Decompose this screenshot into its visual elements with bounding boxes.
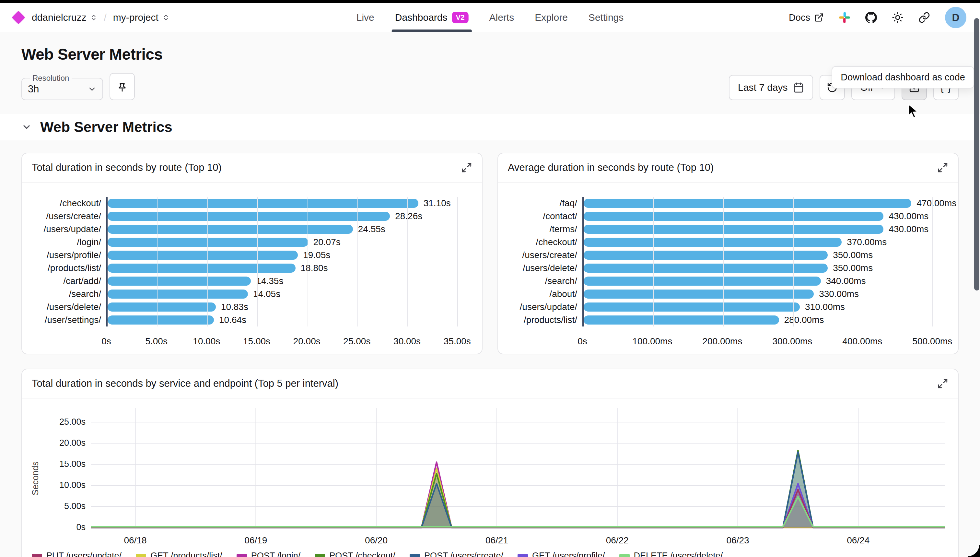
gridline [793,197,794,326]
y-tick-label: 25.00s [59,417,86,427]
bar-chart-total-duration[interactable]: /checkout//users/create//users/update//l… [22,182,482,354]
x-tick-label: 10.00s [193,336,220,347]
area-chart[interactable]: Seconds 0s5.00s10.00s15.00s20.00s25.00s … [22,399,958,548]
y-tick-label: 0s [76,522,86,533]
bar-value-label: 350.00ms [833,263,873,273]
bar-row: 20.07s [107,238,470,247]
legend-item[interactable]: POST /checkout/ [315,551,395,557]
bar[interactable] [107,199,418,208]
user-avatar[interactable]: D [945,7,966,28]
org-switcher[interactable]: ddanielcruzz [32,12,97,23]
avatar-letter: D [952,12,959,24]
legend-item[interactable]: PUT /users/update/ [32,551,122,557]
category-label: /users/delete/ [25,302,106,312]
category-label: /search/ [25,289,106,299]
y-axis-title: Seconds [29,408,43,548]
bar-chart-plot[interactable]: 31.10s28.26s24.55s20.07s19.05s18.80s14.3… [106,197,470,326]
bar[interactable] [107,225,353,234]
bar[interactable] [107,290,248,299]
category-label: /cart/add/ [25,276,106,286]
chevrons-up-down-icon [90,13,97,22]
tab-label: Explore [535,12,568,23]
legend-item[interactable]: DELETE /users/delete/ [619,551,723,557]
legend-item[interactable]: POST /users/create/ [410,551,503,557]
bar-value-label: 430.00ms [889,211,928,221]
expand-icon[interactable] [937,162,948,173]
topbar-actions: Docs D [789,7,966,28]
bar[interactable] [583,199,911,208]
mouse-cursor [906,103,921,118]
vertical-scrollbar[interactable] [974,18,979,290]
pin-icon [117,81,128,92]
bar-row: 350.00ms [583,251,946,260]
bar[interactable] [107,264,296,273]
legend-label: PUT /users/update/ [46,551,122,557]
bar-row: 340.00ms [583,277,946,286]
legend-item[interactable]: POST /login/ [237,551,301,557]
tab-settings[interactable]: Settings [588,3,624,32]
chart-legend: PUT /users/update/GET /products/list/POS… [22,548,958,557]
docs-label: Docs [789,12,810,23]
expand-icon[interactable] [937,378,948,389]
collapse-chevron-icon[interactable] [21,122,32,132]
tab-alerts[interactable]: Alerts [489,3,514,32]
bar-value-label: 330.00ms [819,289,859,299]
bar[interactable] [107,251,298,260]
slack-icon[interactable] [839,12,850,23]
time-range-label: Last 7 days [738,82,788,93]
legend-label: DELETE /users/delete/ [634,551,723,557]
bar[interactable] [583,251,828,260]
bar[interactable] [583,277,821,286]
legend-label: POST /checkout/ [329,551,395,557]
section-title: Web Server Metrics [40,119,172,135]
gridline [407,197,408,326]
bar-chart-plot[interactable]: 470.00ms430.00ms430.00ms370.00ms350.00ms… [582,197,946,326]
brand-logo-icon[interactable] [12,11,25,24]
x-tick-label: 06/18 [124,535,147,546]
resolution-select[interactable]: Resolution 3h [21,73,103,100]
bar[interactable] [583,238,842,247]
bar-row: 14.35s [107,277,470,286]
section-header: Web Server Metrics [0,114,980,140]
bar[interactable] [583,264,828,273]
bar-chart-average-duration[interactable]: /faq//contact//terms//checkout//users/cr… [498,182,958,354]
bar[interactable] [583,212,883,221]
bar[interactable] [107,316,214,324]
area-chart-plot[interactable] [91,408,945,531]
x-tick-label: 06/22 [606,535,629,546]
bar-chart-category-labels: /checkout//users/create//users/update//l… [25,197,106,326]
expand-icon[interactable] [461,162,472,173]
panel-average-duration-by-route: Average duration in seconds by route (To… [497,153,959,354]
y-tick-label: 15.00s [59,459,86,469]
tab-live[interactable]: Live [356,3,374,32]
tab-dashboards[interactable]: DashboardsV2 [395,3,469,32]
version-badge: V2 [452,12,469,23]
tab-explore[interactable]: Explore [535,3,568,32]
time-range-button[interactable]: Last 7 days [729,75,813,100]
legend-label: POST /login/ [251,551,301,557]
project-switcher[interactable]: my-project [113,12,169,23]
bar-chart-category-labels: /faq//contact//terms//checkout//users/cr… [501,197,582,326]
bar-value-label: 31.10s [424,198,451,208]
bar[interactable] [107,277,251,286]
bar-row: 14.05s [107,290,470,299]
pin-resolution-button[interactable] [109,73,135,100]
bar[interactable] [107,303,216,311]
bar-row: 310.00ms [583,303,946,311]
docs-link[interactable]: Docs [789,12,824,23]
y-tick-label: 5.00s [64,501,86,511]
share-link-icon[interactable] [918,12,930,23]
category-label: /checkout/ [25,198,106,208]
github-icon[interactable] [865,12,877,23]
legend-item[interactable]: GET /users/profile/ [518,551,605,557]
bar[interactable] [583,225,883,234]
category-label: /contact/ [501,211,582,221]
bar[interactable] [583,303,800,311]
bar[interactable] [583,316,779,324]
controls-left: Resolution 3h [21,73,135,100]
bar[interactable] [583,290,814,299]
category-label: /users/create/ [501,250,582,261]
bar[interactable] [107,212,390,221]
legend-item[interactable]: GET /products/list/ [136,551,222,557]
theme-sun-icon[interactable] [892,12,904,23]
